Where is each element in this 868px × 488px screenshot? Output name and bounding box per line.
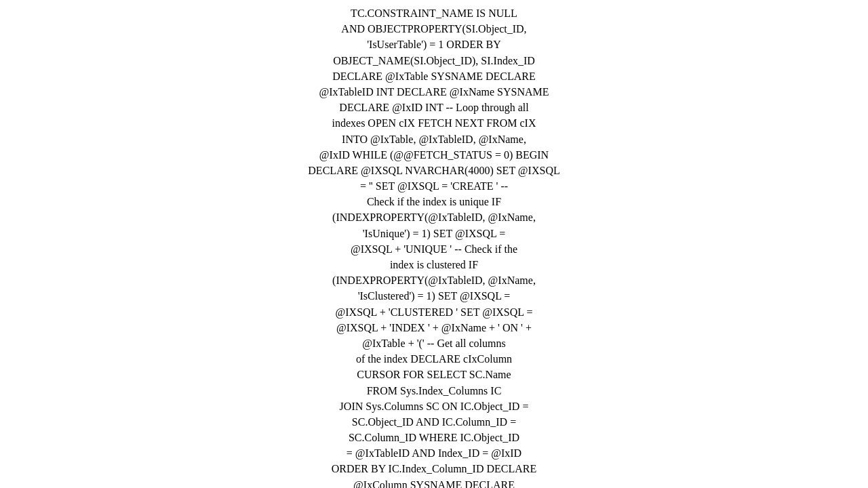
code-line: index is clustered IF [146,257,722,272]
code-line: TC.CONSTRAINT_NAME IS NULL [146,5,722,21]
code-line: SC.Object_ID AND IC.Column_ID = [146,414,722,430]
code-line: indexes OPEN cIX FETCH NEXT FROM cIX [146,115,722,131]
code-line: INTO @IxTable, @IxTableID, @IxName, [146,131,722,147]
code-block: TC.CONSTRAINT_NAME IS NULLAND OBJECTPROP… [146,0,722,488]
code-line: @IxTableID INT DECLARE @IxName SYSNAME [146,84,722,100]
code-line: @IxID WHILE (@@FETCH_STATUS = 0) BEGIN [146,147,722,163]
code-line: @IxColumn SYSNAME DECLARE [146,477,722,488]
code-line: (INDEXPROPERTY(@IxTableID, @IxName, [146,209,722,225]
code-line: @IXSQL + 'INDEX ' + @IxName + ' ON ' + [146,320,722,336]
code-line: ORDER BY IC.Index_Column_ID DECLARE [146,461,722,476]
code-line: JOIN Sys.Columns SC ON IC.Object_ID = [146,399,722,414]
code-line: 'IsUserTable') = 1 ORDER BY [146,37,722,52]
code-line: of the index DECLARE cIxColumn [146,351,722,367]
code-line: @IxTable + '(' -- Get all columns [146,336,722,351]
code-line: @IXSQL + 'CLUSTERED ' SET @IXSQL = [146,304,722,320]
code-line: SC.Column_ID WHERE IC.Object_ID [146,430,722,445]
code-line: = @IxTableID AND Index_ID = @IxID [146,445,722,461]
code-line: 'IsUnique') = 1) SET @IXSQL = [146,226,722,241]
code-line: CURSOR FOR SELECT SC.Name [146,367,722,382]
code-line: DECLARE @IXSQL NVARCHAR(4000) SET @IXSQL [146,163,722,178]
code-line: FROM Sys.Index_Columns IC [146,383,722,399]
code-line: OBJECT_NAME(SI.Object_ID), SI.Index_ID [146,53,722,68]
code-line: (INDEXPROPERTY(@IxTableID, @IxName, [146,272,722,288]
code-line: DECLARE @IxID INT -- Loop through all [146,100,722,115]
code-line: DECLARE @IxTable SYSNAME DECLARE [146,68,722,84]
code-container: TC.CONSTRAINT_NAME IS NULLAND OBJECTPROP… [0,0,868,488]
code-line: = '' SET @IXSQL = 'CREATE ' -- [146,178,722,194]
code-line: 'IsClustered') = 1) SET @IXSQL = [146,288,722,304]
code-line: AND OBJECTPROPERTY(SI.Object_ID, [146,21,722,37]
code-line: @IXSQL + 'UNIQUE ' -- Check if the [146,241,722,257]
code-line: Check if the index is unique IF [146,194,722,209]
